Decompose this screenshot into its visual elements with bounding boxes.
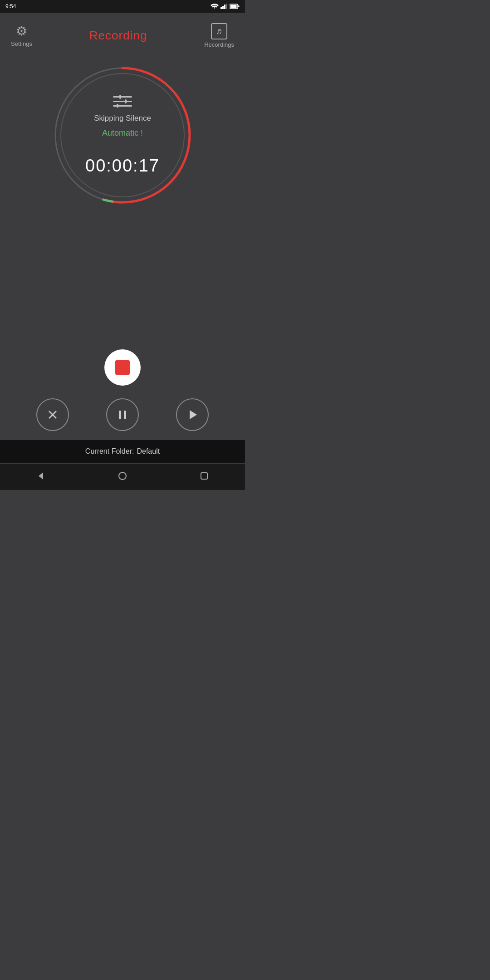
- svg-marker-21: [190, 410, 197, 419]
- page-title: Recording: [89, 29, 147, 43]
- svg-rect-15: [113, 105, 132, 107]
- settings-label: Settings: [11, 40, 32, 47]
- app-header: ⚙ Settings Recording ♬ Recordings: [0, 13, 245, 54]
- pause-icon: [117, 409, 128, 421]
- controls-area: [0, 349, 245, 431]
- recordings-label: Recordings: [204, 41, 234, 48]
- gear-icon: ⚙: [16, 24, 27, 39]
- status-bar: 9:54: [0, 0, 245, 13]
- current-folder-label: Current Folder:: [85, 447, 134, 456]
- svg-rect-1: [222, 6, 224, 9]
- recent-icon: [200, 471, 209, 480]
- status-icons: [211, 4, 240, 9]
- svg-rect-6: [238, 5, 240, 7]
- sliders-icon: [113, 95, 132, 109]
- folder-name: Default: [137, 447, 160, 456]
- current-folder-bar: Current Folder: Default: [0, 440, 245, 463]
- wifi-icon: [211, 4, 219, 9]
- recordings-icon: ♬: [211, 23, 227, 39]
- svg-rect-19: [119, 411, 121, 419]
- time-display: 9:54: [5, 3, 16, 10]
- pause-button[interactable]: [106, 398, 139, 431]
- secondary-controls: [36, 398, 209, 431]
- svg-rect-5: [230, 5, 237, 8]
- signal-icon: [220, 4, 228, 9]
- stop-button[interactable]: [104, 349, 141, 386]
- cancel-button[interactable]: [36, 398, 69, 431]
- svg-rect-13: [113, 101, 132, 102]
- circle-container: Skipping Silence Automatic ! 00:00:17: [50, 63, 195, 208]
- back-nav-button[interactable]: [27, 468, 54, 486]
- svg-rect-16: [117, 104, 118, 108]
- stop-icon: [115, 360, 130, 375]
- svg-rect-12: [119, 95, 121, 99]
- nav-bar: [0, 464, 245, 490]
- automatic-label: Automatic !: [102, 128, 143, 138]
- recordings-nav[interactable]: ♬ Recordings: [204, 23, 234, 48]
- svg-rect-14: [125, 99, 127, 103]
- back-icon: [36, 471, 45, 480]
- timer-circle-area: Skipping Silence Automatic ! 00:00:17: [0, 63, 245, 208]
- svg-point-23: [119, 472, 126, 480]
- circle-inner-content: Skipping Silence Automatic ! 00:00:17: [64, 95, 181, 176]
- status-time: 9:54: [5, 3, 16, 10]
- svg-rect-3: [226, 4, 227, 9]
- svg-rect-20: [124, 411, 126, 419]
- recent-nav-button[interactable]: [191, 468, 218, 486]
- svg-rect-0: [220, 7, 222, 9]
- home-nav-button[interactable]: [109, 468, 136, 486]
- skipping-silence-label: Skipping Silence: [94, 114, 151, 123]
- battery-icon: [230, 4, 240, 9]
- play-icon: [186, 409, 198, 421]
- svg-marker-22: [39, 472, 43, 480]
- timer-display: 00:00:17: [85, 156, 160, 176]
- home-circle-icon: [118, 471, 127, 480]
- play-button[interactable]: [176, 398, 209, 431]
- svg-rect-11: [113, 96, 132, 98]
- settings-nav[interactable]: ⚙ Settings: [11, 24, 32, 47]
- svg-rect-24: [201, 473, 207, 479]
- svg-rect-2: [224, 5, 225, 9]
- close-icon: [47, 409, 59, 421]
